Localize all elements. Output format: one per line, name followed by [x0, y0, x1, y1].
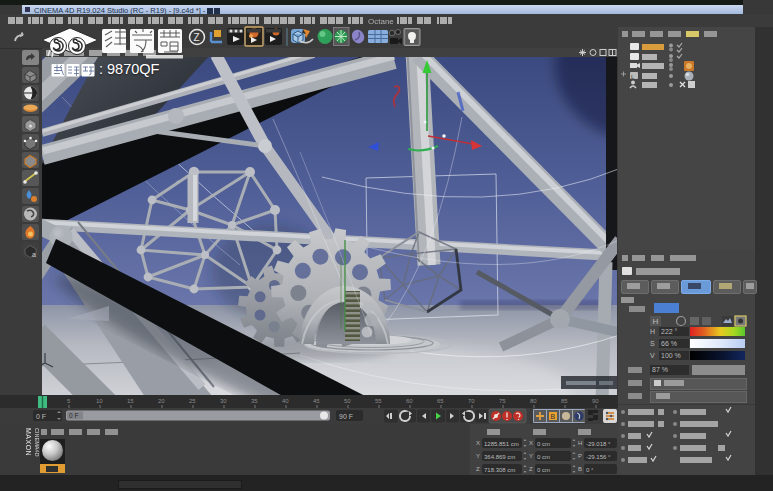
svg-text:65: 65 [437, 398, 444, 404]
svg-text:40: 40 [282, 398, 289, 404]
svg-text:0 cm: 0 cm [537, 441, 550, 447]
svg-text:70: 70 [468, 398, 475, 404]
svg-text:B: B [551, 413, 556, 420]
svg-text:85: 85 [561, 398, 568, 404]
svg-text:25: 25 [189, 398, 196, 404]
svg-text:Y: Y [476, 453, 480, 459]
svg-text:35: 35 [251, 398, 258, 404]
svg-text:45: 45 [313, 398, 320, 404]
svg-text:20: 20 [158, 398, 165, 404]
svg-text:30: 30 [220, 398, 227, 404]
svg-text:0 cm: 0 cm [537, 467, 550, 473]
svg-text:H: H [578, 440, 582, 446]
svg-text:0 F: 0 F [36, 413, 46, 420]
svg-text:718.308 cm: 718.308 cm [484, 467, 515, 473]
svg-text:X: X [476, 440, 480, 446]
svg-text:90: 90 [592, 398, 599, 404]
svg-text:0 cm: 0 cm [537, 454, 550, 460]
svg-text:-29.156 °: -29.156 ° [586, 454, 611, 460]
svg-text:P: P [578, 453, 582, 459]
svg-text:80: 80 [530, 398, 537, 404]
svg-text:a: a [32, 251, 36, 258]
svg-text:50: 50 [344, 398, 351, 404]
svg-text:90 F: 90 F [339, 413, 353, 420]
svg-text:Octane: Octane [368, 17, 394, 26]
svg-text:1285.851 cm: 1285.851 cm [484, 441, 519, 447]
svg-text:60: 60 [406, 398, 413, 404]
svg-text:15: 15 [127, 398, 134, 404]
svg-text:Z: Z [529, 466, 533, 472]
svg-text:0 F: 0 F [69, 412, 78, 419]
svg-text:55: 55 [375, 398, 382, 404]
svg-text:B: B [578, 466, 582, 472]
svg-text:Z: Z [476, 466, 480, 472]
svg-text:-29.018 °: -29.018 ° [586, 441, 611, 447]
svg-text:75: 75 [499, 398, 506, 404]
svg-text:X: X [529, 440, 533, 446]
svg-text:Y: Y [529, 453, 533, 459]
svg-text:0 °: 0 ° [586, 467, 594, 473]
svg-text:H: H [653, 317, 659, 326]
svg-text:10: 10 [96, 398, 103, 404]
svg-text:364.869 cm: 364.869 cm [484, 454, 515, 460]
